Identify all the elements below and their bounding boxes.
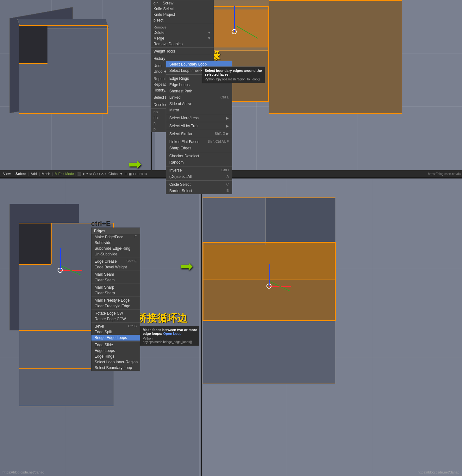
tooltip-python: Python: bpy.ops.mesh.region_to_loop() bbox=[205, 78, 262, 81]
watermark-bottom-right: https://blog.csdn.net/danad bbox=[418, 470, 459, 474]
sep-d bbox=[166, 130, 232, 130]
sep-e bbox=[166, 138, 232, 138]
menu-item-select-similar[interactable]: Select SimilarShift G ▶ bbox=[166, 131, 232, 137]
edges-edge-loops[interactable]: Edge Loops bbox=[91, 348, 140, 354]
bar-select[interactable]: Select bbox=[14, 172, 28, 176]
label-chinese-bottom: 桥接循环边 bbox=[137, 311, 187, 325]
bottom-half: ctrl+E Edges Make Edge/FaceF Subdivide S… bbox=[0, 178, 462, 476]
menu-item-inverse[interactable]: InverseCtrl I bbox=[166, 167, 232, 173]
bar-edit-mode[interactable]: ✎ Edit Mode bbox=[53, 172, 75, 176]
tooltip-bottom-python: Python: bpy.ops.mesh.bridge_edge_loops() bbox=[143, 337, 199, 344]
tooltip-bridge-edge-loops: Make faces between two or more edge loop… bbox=[140, 326, 199, 346]
menu-item-random[interactable]: Random bbox=[166, 159, 232, 166]
esep-7 bbox=[91, 341, 140, 341]
esep-6 bbox=[91, 323, 140, 323]
menu-item-weight-tools[interactable]: Weight Tools bbox=[151, 48, 214, 54]
tooltip-select-boundary-loop: Select boundary edges around the selecte… bbox=[202, 66, 265, 83]
divider-vertical-bottom bbox=[201, 178, 202, 476]
esep-3 bbox=[91, 284, 140, 284]
bar-add[interactable]: Add bbox=[29, 172, 39, 176]
menu-item-knife-project[interactable]: Knife Project bbox=[151, 12, 214, 17]
edges-clear-freestyle[interactable]: Clear Freestyle Edge bbox=[91, 303, 140, 309]
menu-item-deselect-all[interactable]: (De)select AllA bbox=[166, 173, 232, 180]
bar-mesh[interactable]: Mesh bbox=[40, 172, 52, 176]
menu-item-linked[interactable]: LinkedCtrl L bbox=[166, 94, 232, 101]
esep-5 bbox=[91, 310, 140, 310]
edges-rotate-ccw[interactable]: Rotate Edge CCW bbox=[91, 316, 140, 322]
menu-item-mirror[interactable]: Mirror bbox=[166, 107, 232, 113]
menu-item-delete[interactable]: Delete▼ bbox=[151, 30, 214, 35]
arrow-right: ➡ bbox=[128, 155, 141, 173]
tooltip-link[interactable]: Open Loop bbox=[163, 332, 182, 335]
edges-mark-freestyle[interactable]: Mark Freestyle Edge bbox=[91, 298, 140, 303]
edges-edge-bevel-weight[interactable]: Edge Bevel Weight bbox=[91, 264, 140, 270]
menu-item-checker-deselect[interactable]: Checker Deselect bbox=[166, 153, 232, 159]
viewport-top-left[interactable]: ➡ https://blog.csdn.net/danad bbox=[0, 0, 155, 177]
separator-2 bbox=[151, 47, 214, 48]
viewport-bottom-right[interactable]: https://blog.csdn.net/danad bbox=[199, 178, 462, 476]
edges-edge-split[interactable]: Edge Split bbox=[91, 329, 140, 335]
menu-item-border-select[interactable]: Border SelectB bbox=[166, 188, 232, 194]
menu-item-merge[interactable]: Merge▼ bbox=[151, 35, 214, 41]
sep-g bbox=[166, 166, 232, 166]
menu-item-select-more-less[interactable]: Select More/Less▶ bbox=[166, 115, 232, 121]
watermark-bar: https://blog.csdn.net/da bbox=[428, 172, 461, 176]
menu-item-gin[interactable]: gin Screw bbox=[151, 0, 214, 6]
edges-bevel[interactable]: BevelCtrl B bbox=[91, 323, 140, 329]
sep-h bbox=[166, 180, 232, 181]
esep-2 bbox=[91, 271, 140, 271]
edges-select-loop-inner[interactable]: Select Loop Inner-Region bbox=[91, 359, 140, 365]
bar-icons: ⬛ ● ✦ ⧉ ⬡ ⊙ ✕ ↕ bbox=[76, 172, 108, 176]
edges-mark-seam[interactable]: Mark Seam bbox=[91, 272, 140, 277]
edges-edge-slide[interactable]: Edge Slide bbox=[91, 342, 140, 348]
esep-4 bbox=[91, 297, 140, 297]
section-remove: Remove: bbox=[151, 25, 214, 30]
tooltip-title: Select boundary edges around the selecte… bbox=[205, 69, 262, 76]
edges-mark-sharp[interactable]: Mark Sharp bbox=[91, 285, 140, 290]
edges-clear-seam[interactable]: Clear Seam bbox=[91, 277, 140, 283]
esep-1 bbox=[91, 258, 140, 258]
menu-item-select-all-by-trait[interactable]: Select All by Trait▶ bbox=[166, 123, 232, 129]
edges-un-subdivide[interactable]: Un-Subdivide bbox=[91, 251, 140, 257]
menu-item-knife[interactable]: Knife Select bbox=[151, 6, 214, 12]
edges-menu-header: Edges bbox=[91, 228, 140, 234]
menu-item-remove-doubles[interactable]: Remove Doubles bbox=[151, 41, 214, 47]
sep-f bbox=[166, 152, 232, 152]
menu-item-sharp-edges[interactable]: Sharp Edges bbox=[166, 145, 232, 151]
edges-select-boundary-loop[interactable]: Select Boundary Loop bbox=[91, 365, 140, 371]
menu-item-linked-flat-faces[interactable]: Linked Flat FacesShift Ctrl Alt F bbox=[166, 139, 232, 145]
bar-global[interactable]: Global ▼ bbox=[108, 172, 124, 176]
edges-bridge-edge-loops[interactable]: Bridge Edge Loops bbox=[91, 335, 140, 341]
menu-item-shortest-path[interactable]: Shortest Path bbox=[166, 88, 232, 94]
label-ctrl-e: ctrl+E bbox=[91, 220, 111, 228]
top-half: ➡ https://blog.csdn.net/danad gin Screw … bbox=[0, 0, 462, 177]
viewport-bottom-left[interactable]: ctrl+E Edges Make Edge/FaceF Subdivide S… bbox=[0, 178, 199, 476]
edges-edge-rings[interactable]: Edge Rings bbox=[91, 354, 140, 359]
sep-b bbox=[166, 114, 232, 114]
edges-context-menu: Edges Make Edge/FaceF Subdivide Subdivid… bbox=[91, 228, 140, 371]
edges-subdivide[interactable]: Subdivide bbox=[91, 240, 140, 246]
edges-subdivide-edge-ring[interactable]: Subdivide Edge-Ring bbox=[91, 246, 140, 251]
arrow-right-bottom: ➡ bbox=[180, 257, 193, 275]
separator-1 bbox=[151, 24, 214, 24]
edges-rotate-cw[interactable]: Rotate Edge CW bbox=[91, 310, 140, 316]
separator-3 bbox=[151, 55, 214, 55]
bar-view[interactable]: View bbox=[1, 172, 13, 176]
menu-item-bisect[interactable]: bisect bbox=[151, 17, 214, 23]
edges-make-edge-face[interactable]: Make Edge/FaceF bbox=[91, 234, 140, 240]
sep-c bbox=[166, 122, 232, 122]
edges-clear-sharp[interactable]: Clear Sharp bbox=[91, 290, 140, 296]
menu-item-side-of-active[interactable]: Side of Active bbox=[166, 101, 232, 107]
edges-edge-crease[interactable]: Edge CreaseShift E bbox=[91, 259, 140, 264]
watermark-bottom-left: https://blog.csdn.net/danad bbox=[3, 470, 44, 474]
tooltip-bottom-title: Make faces between two or more edge loop… bbox=[143, 328, 199, 335]
menu-item-circle-select[interactable]: Circle SelectC bbox=[166, 181, 232, 188]
